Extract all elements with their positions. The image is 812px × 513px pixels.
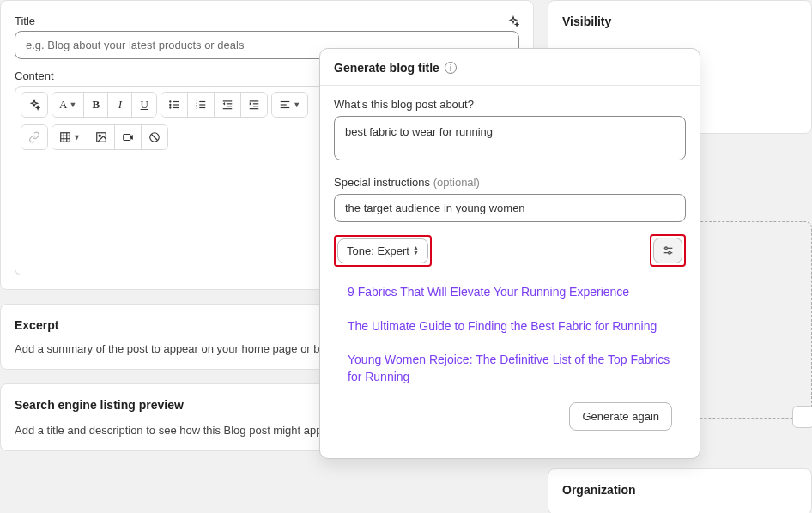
svg-point-29 [99, 135, 100, 136]
generate-again-button[interactable]: Generate again [569, 402, 672, 431]
table-button[interactable]: ▼ [52, 125, 88, 149]
svg-point-36 [669, 251, 671, 254]
tone-highlight: Tone: Expert ▲▼ [334, 235, 432, 267]
svg-rect-22 [281, 107, 290, 108]
visibility-heading: Visibility [562, 15, 797, 28]
instructions-label: Special instructions (optional) [334, 176, 686, 189]
organization-heading: Organization [562, 483, 797, 497]
title-label: Title [15, 15, 35, 27]
svg-rect-20 [281, 101, 290, 102]
settings-button[interactable] [653, 238, 682, 263]
svg-rect-17 [253, 103, 258, 104]
svg-rect-1 [173, 101, 179, 102]
svg-rect-7 [200, 104, 206, 105]
svg-point-0 [169, 100, 171, 102]
suggestions-list: 9 Fabrics That Will Elevate Your Running… [334, 267, 686, 402]
svg-rect-16 [250, 100, 259, 101]
svg-rect-12 [223, 100, 233, 101]
suggestion-item[interactable]: Young Women Rejoice: The Definitive List… [348, 347, 672, 397]
popup-title: Generate blog title [334, 61, 439, 75]
tone-selector[interactable]: Tone: Expert ▲▼ [337, 238, 428, 263]
outdent-button[interactable] [215, 93, 241, 117]
svg-rect-8 [200, 107, 206, 108]
underline-button[interactable]: U [132, 93, 156, 117]
svg-line-32 [151, 135, 157, 141]
svg-point-34 [665, 247, 668, 250]
seo-heading: Search engine listing preview [15, 398, 184, 412]
svg-rect-23 [61, 133, 70, 142]
organization-card: Organization [548, 468, 812, 513]
settings-highlight [650, 234, 686, 267]
svg-rect-5 [173, 107, 179, 108]
image-button[interactable] [88, 125, 115, 149]
generate-title-popup: Generate blog title i What's this blog p… [319, 48, 700, 459]
svg-rect-18 [253, 106, 258, 106]
bullet-list-button[interactable] [161, 93, 188, 117]
about-label: What's this blog post about? [334, 98, 686, 111]
svg-rect-15 [223, 108, 233, 109]
image-swap-button[interactable] [792, 406, 812, 428]
bold-button[interactable]: B [84, 93, 108, 117]
svg-rect-30 [124, 135, 130, 141]
suggestion-item[interactable]: The Ultimate Guide to Finding the Best F… [348, 313, 672, 347]
tone-label: Tone: Expert [347, 244, 409, 257]
format-dropdown[interactable]: A▼ [52, 93, 84, 117]
clear-format-button[interactable] [142, 125, 167, 149]
svg-rect-6 [200, 101, 206, 102]
link-button[interactable] [21, 125, 47, 149]
instructions-input[interactable] [334, 194, 686, 222]
suggestion-item[interactable]: 9 Fabrics That Will Elevate Your Running… [348, 279, 672, 313]
svg-rect-21 [281, 104, 287, 105]
svg-point-2 [169, 104, 171, 106]
svg-rect-14 [227, 106, 232, 106]
svg-rect-3 [173, 104, 179, 105]
title-label-row: Title [15, 15, 519, 31]
align-dropdown[interactable]: ▼ [272, 93, 307, 117]
sort-icon: ▲▼ [413, 245, 419, 256]
sparkle-icon[interactable] [507, 15, 519, 31]
svg-point-4 [169, 106, 171, 108]
numbered-list-button[interactable]: 123 [188, 93, 215, 117]
svg-text:3: 3 [196, 106, 197, 110]
about-textarea[interactable] [334, 116, 686, 160]
svg-rect-13 [227, 103, 232, 104]
indent-button[interactable] [241, 93, 267, 117]
italic-button[interactable]: I [108, 93, 132, 117]
info-icon[interactable]: i [445, 62, 457, 74]
svg-rect-19 [250, 108, 259, 109]
ai-sparkle-button[interactable] [21, 93, 47, 117]
video-button[interactable] [115, 125, 142, 149]
popup-header: Generate blog title i [320, 49, 700, 86]
